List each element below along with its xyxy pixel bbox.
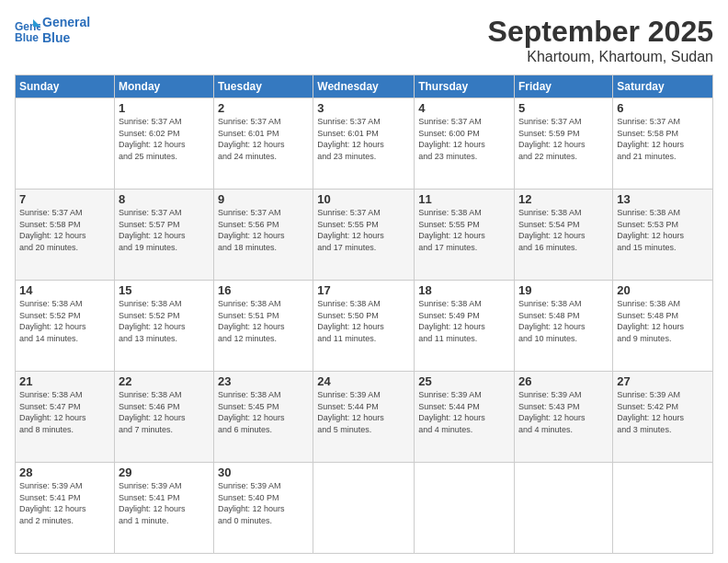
day-number: 3 (317, 101, 410, 115)
day-info: Sunrise: 5:39 AM Sunset: 5:44 PM Dayligh… (418, 389, 510, 435)
calendar-cell: 27Sunrise: 5:39 AM Sunset: 5:42 PM Dayli… (613, 372, 713, 463)
calendar-cell (313, 463, 415, 554)
calendar-cell: 4Sunrise: 5:37 AM Sunset: 6:00 PM Daylig… (415, 98, 515, 190)
day-info: Sunrise: 5:37 AM Sunset: 5:57 PM Dayligh… (119, 207, 210, 253)
day-number: 24 (317, 374, 410, 388)
col-header-thursday: Thursday (415, 75, 515, 98)
calendar-cell (16, 98, 115, 190)
day-number: 16 (218, 283, 309, 297)
calendar-cell: 3Sunrise: 5:37 AM Sunset: 6:01 PM Daylig… (313, 98, 415, 190)
day-info: Sunrise: 5:37 AM Sunset: 6:00 PM Dayligh… (418, 116, 510, 162)
day-number: 13 (617, 192, 709, 206)
day-number: 20 (617, 283, 709, 297)
day-number: 12 (518, 192, 609, 206)
svg-text:Blue: Blue (15, 31, 39, 43)
calendar-cell: 1Sunrise: 5:37 AM Sunset: 6:02 PM Daylig… (114, 98, 213, 190)
day-number: 7 (19, 192, 110, 206)
col-header-friday: Friday (515, 75, 613, 98)
day-number: 6 (617, 101, 709, 115)
logo-line1: General (42, 15, 90, 30)
day-info: Sunrise: 5:37 AM Sunset: 5:55 PM Dayligh… (317, 207, 410, 253)
day-number: 9 (218, 192, 309, 206)
calendar-cell: 17Sunrise: 5:38 AM Sunset: 5:50 PM Dayli… (313, 281, 415, 372)
day-info: Sunrise: 5:38 AM Sunset: 5:51 PM Dayligh… (218, 298, 309, 344)
calendar-cell: 2Sunrise: 5:37 AM Sunset: 6:01 PM Daylig… (214, 98, 313, 190)
calendar-cell: 20Sunrise: 5:38 AM Sunset: 5:48 PM Dayli… (613, 281, 713, 372)
col-header-monday: Monday (114, 75, 213, 98)
day-number: 4 (418, 101, 510, 115)
day-info: Sunrise: 5:39 AM Sunset: 5:41 PM Dayligh… (119, 480, 210, 526)
day-number: 10 (317, 192, 410, 206)
calendar-cell: 7Sunrise: 5:37 AM Sunset: 5:58 PM Daylig… (16, 190, 115, 281)
day-number: 22 (119, 374, 210, 388)
day-info: Sunrise: 5:38 AM Sunset: 5:48 PM Dayligh… (617, 298, 709, 344)
day-info: Sunrise: 5:39 AM Sunset: 5:44 PM Dayligh… (317, 389, 410, 435)
day-number: 23 (218, 374, 309, 388)
day-info: Sunrise: 5:39 AM Sunset: 5:41 PM Dayligh… (19, 480, 110, 526)
calendar-cell (415, 463, 515, 554)
day-info: Sunrise: 5:37 AM Sunset: 6:02 PM Dayligh… (119, 116, 210, 162)
day-number: 18 (418, 283, 510, 297)
calendar-cell: 18Sunrise: 5:38 AM Sunset: 5:49 PM Dayli… (415, 281, 515, 372)
day-info: Sunrise: 5:38 AM Sunset: 5:55 PM Dayligh… (418, 207, 510, 253)
calendar-cell (515, 463, 613, 554)
day-info: Sunrise: 5:37 AM Sunset: 6:01 PM Dayligh… (317, 116, 410, 162)
day-number: 28 (19, 465, 110, 479)
day-info: Sunrise: 5:38 AM Sunset: 5:45 PM Dayligh… (218, 389, 309, 435)
day-number: 1 (119, 101, 210, 115)
day-info: Sunrise: 5:38 AM Sunset: 5:49 PM Dayligh… (418, 298, 510, 344)
day-number: 8 (119, 192, 210, 206)
calendar-cell: 13Sunrise: 5:38 AM Sunset: 5:53 PM Dayli… (613, 190, 713, 281)
day-number: 25 (418, 374, 510, 388)
day-info: Sunrise: 5:37 AM Sunset: 5:59 PM Dayligh… (518, 116, 609, 162)
day-number: 29 (119, 465, 210, 479)
calendar-cell: 12Sunrise: 5:38 AM Sunset: 5:54 PM Dayli… (515, 190, 613, 281)
day-info: Sunrise: 5:39 AM Sunset: 5:40 PM Dayligh… (218, 480, 309, 526)
day-number: 26 (518, 374, 609, 388)
day-info: Sunrise: 5:38 AM Sunset: 5:50 PM Dayligh… (317, 298, 410, 344)
day-info: Sunrise: 5:39 AM Sunset: 5:42 PM Dayligh… (617, 389, 709, 435)
col-header-saturday: Saturday (613, 75, 713, 98)
calendar-cell: 11Sunrise: 5:38 AM Sunset: 5:55 PM Dayli… (415, 190, 515, 281)
calendar-cell: 30Sunrise: 5:39 AM Sunset: 5:40 PM Dayli… (214, 463, 313, 554)
calendar-cell: 25Sunrise: 5:39 AM Sunset: 5:44 PM Dayli… (415, 372, 515, 463)
day-number: 17 (317, 283, 410, 297)
day-info: Sunrise: 5:38 AM Sunset: 5:52 PM Dayligh… (119, 298, 210, 344)
day-info: Sunrise: 5:39 AM Sunset: 5:43 PM Dayligh… (518, 389, 609, 435)
calendar: SundayMondayTuesdayWednesdayThursdayFrid… (15, 75, 713, 554)
day-info: Sunrise: 5:38 AM Sunset: 5:47 PM Dayligh… (19, 389, 110, 435)
day-number: 21 (19, 374, 110, 388)
day-info: Sunrise: 5:38 AM Sunset: 5:54 PM Dayligh… (518, 207, 609, 253)
calendar-cell: 8Sunrise: 5:37 AM Sunset: 5:57 PM Daylig… (114, 190, 213, 281)
calendar-cell: 26Sunrise: 5:39 AM Sunset: 5:43 PM Dayli… (515, 372, 613, 463)
day-info: Sunrise: 5:38 AM Sunset: 5:52 PM Dayligh… (19, 298, 110, 344)
title-block: September 2025 Khartoum, Khartoum, Sudan (488, 15, 713, 65)
day-info: Sunrise: 5:38 AM Sunset: 5:46 PM Dayligh… (119, 389, 210, 435)
calendar-cell: 19Sunrise: 5:38 AM Sunset: 5:48 PM Dayli… (515, 281, 613, 372)
day-number: 14 (19, 283, 110, 297)
col-header-sunday: Sunday (16, 75, 115, 98)
day-number: 15 (119, 283, 210, 297)
day-number: 5 (518, 101, 609, 115)
page-subtitle: Khartoum, Khartoum, Sudan (488, 49, 713, 65)
day-number: 19 (518, 283, 609, 297)
calendar-cell: 6Sunrise: 5:37 AM Sunset: 5:58 PM Daylig… (613, 98, 713, 190)
col-header-wednesday: Wednesday (313, 75, 415, 98)
calendar-cell: 15Sunrise: 5:38 AM Sunset: 5:52 PM Dayli… (114, 281, 213, 372)
calendar-cell: 5Sunrise: 5:37 AM Sunset: 5:59 PM Daylig… (515, 98, 613, 190)
calendar-cell: 21Sunrise: 5:38 AM Sunset: 5:47 PM Dayli… (16, 372, 115, 463)
logo-line2: Blue (42, 30, 90, 46)
day-info: Sunrise: 5:37 AM Sunset: 5:56 PM Dayligh… (218, 207, 309, 253)
day-info: Sunrise: 5:37 AM Sunset: 5:58 PM Dayligh… (617, 116, 709, 162)
calendar-cell: 16Sunrise: 5:38 AM Sunset: 5:51 PM Dayli… (214, 281, 313, 372)
day-number: 11 (418, 192, 510, 206)
page-title: September 2025 (488, 15, 713, 49)
calendar-cell: 14Sunrise: 5:38 AM Sunset: 5:52 PM Dayli… (16, 281, 115, 372)
day-info: Sunrise: 5:37 AM Sunset: 5:58 PM Dayligh… (19, 207, 110, 253)
day-info: Sunrise: 5:38 AM Sunset: 5:48 PM Dayligh… (518, 298, 609, 344)
calendar-cell: 29Sunrise: 5:39 AM Sunset: 5:41 PM Dayli… (114, 463, 213, 554)
logo: General Blue General Blue (15, 15, 90, 46)
calendar-cell: 23Sunrise: 5:38 AM Sunset: 5:45 PM Dayli… (214, 372, 313, 463)
day-info: Sunrise: 5:37 AM Sunset: 6:01 PM Dayligh… (218, 116, 309, 162)
calendar-cell: 22Sunrise: 5:38 AM Sunset: 5:46 PM Dayli… (114, 372, 213, 463)
